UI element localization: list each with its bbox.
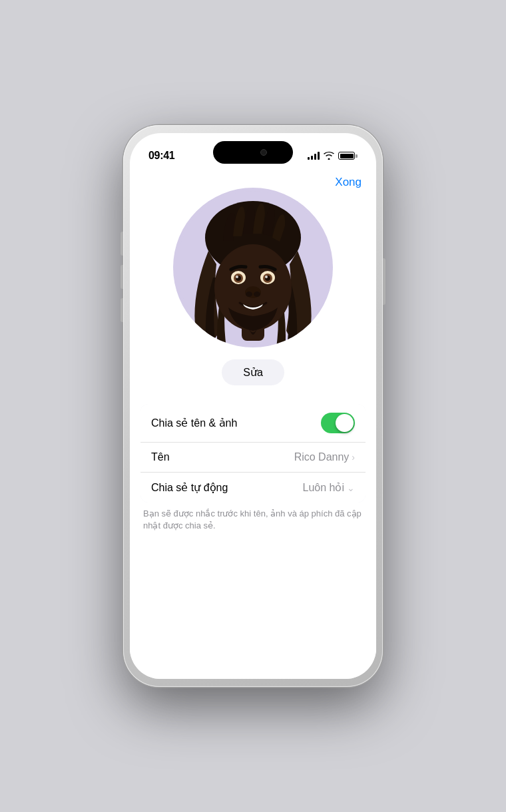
auto-share-label: Chia sẻ tự động <box>151 481 228 494</box>
battery-icon <box>338 152 358 160</box>
chevron-icon: › <box>352 452 355 463</box>
signal-icon <box>308 152 320 160</box>
settings-section: Chia sẻ tên & ảnh Tên Rico Danny › Chia … <box>140 404 366 503</box>
svg-point-11 <box>265 276 268 278</box>
svg-point-13 <box>246 292 252 297</box>
chevron-down-icon: ⌄ <box>347 483 355 493</box>
memoji-image <box>176 191 330 344</box>
name-row[interactable]: Tên Rico Danny › <box>140 443 366 473</box>
auto-share-value: Luôn hỏi <box>303 481 345 494</box>
svg-point-14 <box>254 292 260 297</box>
phone-frame: 09:41 <box>123 125 383 687</box>
name-value: Rico Danny <box>294 451 350 463</box>
done-button[interactable]: Xong <box>335 176 362 189</box>
status-time: 09:41 <box>148 150 174 162</box>
camera-dot <box>260 149 267 156</box>
footer-note: Bạn sẽ được nhắc trước khi tên, ảnh và á… <box>140 508 366 532</box>
auto-share-value-container: Luôn hỏi ⌄ <box>303 481 356 494</box>
auto-share-row[interactable]: Chia sẻ tự động Luôn hỏi ⌄ <box>140 473 366 503</box>
svg-point-10 <box>236 276 238 278</box>
share-toggle[interactable] <box>321 413 355 433</box>
phone-screen: 09:41 <box>130 133 376 679</box>
share-name-photo-row[interactable]: Chia sẻ tên & ảnh <box>140 404 366 443</box>
name-value-container: Rico Danny › <box>294 451 355 463</box>
avatar-circle <box>173 188 333 347</box>
name-label: Tên <box>151 451 170 463</box>
avatar-section: Sửa <box>130 169 376 385</box>
wifi-icon <box>324 152 334 160</box>
main-content: Xong <box>130 169 376 679</box>
share-name-photo-label: Chia sẻ tên & ảnh <box>151 417 237 429</box>
edit-button[interactable]: Sửa <box>222 359 284 385</box>
toggle-knob <box>336 414 354 432</box>
dynamic-island <box>213 141 293 164</box>
status-icons <box>308 152 358 160</box>
